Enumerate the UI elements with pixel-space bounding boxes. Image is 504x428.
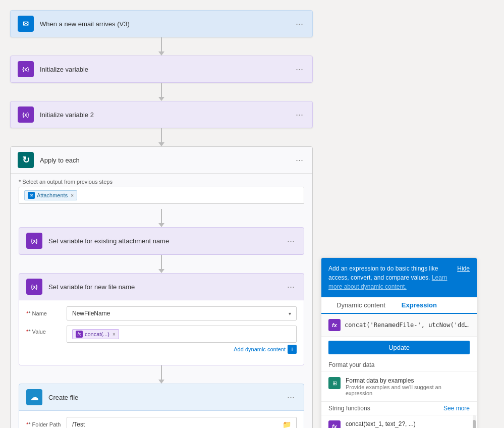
format-data-name: Format data by examples: [346, 377, 470, 384]
folder-browse-icon[interactable]: 📁: [283, 420, 291, 428]
folder-row: ** Folder Path /Test 📁: [26, 417, 297, 428]
set-var-new-title: Set variable for new file name: [48, 283, 285, 291]
concat-token: fx concat(...) ×: [72, 329, 119, 339]
arrow-2: [158, 83, 164, 101]
tab-expression[interactable]: Expression: [394, 297, 445, 314]
arrow-inner-3: [158, 365, 164, 384]
set-var-existing-header: {x} Set variable for existing attachment…: [19, 228, 304, 254]
scrollbar-thumb[interactable]: [473, 420, 476, 428]
string-functions-header: String functions See more: [321, 401, 477, 415]
flow-canvas: ✉ When a new email arrives (V3) ··· {x} …: [10, 10, 313, 428]
expression-panel: Add an expression to do basic things lik…: [321, 257, 477, 428]
braces-icon-3: {x}: [26, 233, 42, 249]
braces-icon-1: {x}: [18, 61, 34, 77]
set-var-new-header: {x} Set variable for new file name ···: [19, 274, 304, 300]
init-var-1-title: Initialize variable: [40, 66, 294, 73]
set-var-new-more[interactable]: ···: [285, 282, 297, 292]
name-label: ** Name: [26, 310, 62, 316]
concat-chip-icon: fx: [76, 331, 83, 338]
set-var-existing-card: {x} Set variable for existing attachment…: [19, 227, 304, 255]
name-input-wrap: NewFileName ▾: [67, 306, 297, 320]
tab-dynamic-content[interactable]: Dynamic content: [328, 297, 394, 314]
loop-icon: ↻: [18, 152, 34, 168]
apply-each-body: * Select an output from previous steps ✉…: [11, 174, 312, 428]
name-select[interactable]: NewFileName ▾: [67, 306, 297, 320]
init-var-1-card: {x} Initialize variable ···: [10, 56, 313, 83]
functions-list: fx concat(text_1, text_2?, ...) Combines…: [321, 415, 477, 428]
set-var-new-card: {x} Set variable for new file name ··· *…: [19, 273, 304, 365]
apply-each-container: ↻ Apply to each ··· * Select an output f…: [10, 146, 313, 428]
create-file-header: ☁ Create file ···: [19, 384, 304, 411]
panel-tabs: Dynamic content Expression: [321, 297, 477, 314]
string-functions-label: String functions: [328, 405, 370, 412]
see-more-link[interactable]: See more: [443, 405, 470, 412]
email-trigger-more[interactable]: ···: [294, 19, 305, 29]
set-var-existing-title: Set variable for existing attachment nam…: [48, 237, 285, 245]
add-dynamic-plus-icon: +: [288, 345, 297, 354]
arrow-3: [158, 128, 164, 146]
add-dynamic-btn[interactable]: Add dynamic content +: [67, 345, 297, 354]
concat-func-name: concat(text_1, text_2?, ...): [346, 420, 470, 427]
braces-icon-2: {x}: [18, 106, 34, 123]
init-var-2-card: {x} Initialize variable 2 ···: [10, 101, 313, 128]
value-input[interactable]: fx concat(...) ×: [67, 326, 297, 343]
attachments-token: ✉ Attachments ×: [24, 190, 77, 200]
attachments-input[interactable]: ✉ Attachments ×: [19, 187, 304, 204]
folder-label: ** Folder Path: [26, 421, 62, 427]
concat-func-icon: fx: [328, 420, 341, 428]
apply-each-title: Apply to each: [40, 156, 294, 164]
folder-input-wrap: /Test 📁: [67, 417, 297, 428]
expression-value[interactable]: concat('RenamedFile-', utcNow('ddMMyyyyH…: [345, 322, 470, 329]
init-var-1-more[interactable]: ···: [294, 64, 305, 75]
format-data-info: Format data by examples Provide examples…: [346, 377, 470, 396]
fx-badge: fx: [328, 319, 341, 331]
folder-path-input[interactable]: /Test 📁: [67, 417, 297, 428]
value-row: ** Value fx concat(...) ×: [26, 326, 297, 354]
name-row: ** Name NewFileName ▾: [26, 306, 297, 320]
create-file-card: ☁ Create file ··· ** Folder Path: [19, 384, 304, 428]
arrow-1: [158, 37, 164, 56]
apply-each-more[interactable]: ···: [294, 155, 305, 166]
attachments-remove-btn[interactable]: ×: [71, 193, 74, 198]
concat-func-info: concat(text_1, text_2?, ...) Combines an…: [346, 420, 470, 428]
cloud-icon: ☁: [26, 389, 42, 405]
braces-icon-4: {x}: [26, 279, 42, 295]
format-data-item[interactable]: ⊞ Format data by examples Provide exampl…: [321, 371, 477, 401]
set-var-new-body: ** Name NewFileName ▾: [19, 300, 304, 365]
chevron-down-icon: ▾: [289, 311, 291, 316]
format-data-icon: ⊞: [328, 377, 341, 389]
value-label: ** Value: [26, 326, 62, 335]
arrow-inner-1: [158, 209, 164, 227]
email-trigger-card: ✉ When a new email arrives (V3) ···: [10, 10, 313, 37]
email-icon: ✉: [18, 16, 34, 32]
value-input-wrap: fx concat(...) × Add dynamic content +: [67, 326, 297, 354]
init-var-2-title: Initialize variable 2: [40, 111, 294, 119]
create-file-body: ** Folder Path /Test 📁: [19, 411, 304, 428]
concat-function-item[interactable]: fx concat(text_1, text_2?, ...) Combines…: [321, 415, 477, 428]
arrow-inner-2: [158, 255, 164, 273]
panel-header-text: Add an expression to do basic things lik…: [328, 264, 453, 291]
panel-hide-btn[interactable]: Hide: [457, 264, 470, 273]
apply-each-header: ↻ Apply to each ···: [11, 147, 312, 174]
format-data-desc: Provide examples and we'll suggest an ex…: [346, 384, 470, 396]
select-output-label: * Select an output from previous steps: [19, 179, 304, 185]
format-data-label: Format your data: [321, 358, 477, 371]
concat-remove-btn[interactable]: ×: [113, 332, 116, 337]
expression-input-area: fx concat('RenamedFile-', utcNow('ddMMyy…: [321, 314, 477, 337]
attachment-chip-icon: ✉: [28, 192, 35, 199]
scrollbar-track: [473, 415, 476, 428]
init-var-2-more[interactable]: ···: [294, 110, 305, 120]
set-var-existing-more[interactable]: ···: [285, 236, 297, 246]
panel-header: Add an expression to do basic things lik…: [321, 258, 477, 297]
create-file-more[interactable]: ···: [285, 392, 297, 403]
update-button[interactable]: Update: [328, 341, 470, 354]
create-file-title: Create file: [48, 394, 285, 401]
email-trigger-title: When a new email arrives (V3): [40, 20, 294, 28]
